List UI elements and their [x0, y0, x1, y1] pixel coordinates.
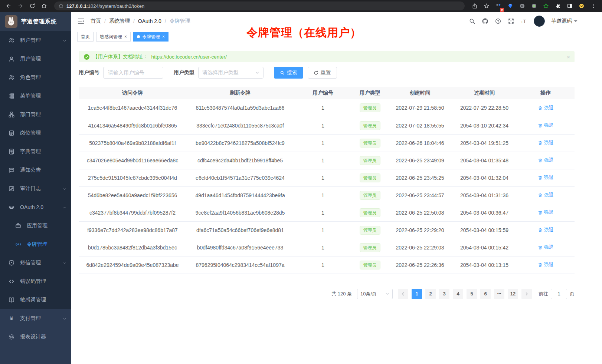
svg-text:¥: ¥ — [10, 315, 13, 321]
page-button-5[interactable]: 5 — [467, 289, 477, 299]
tab-home[interactable]: 首页 — [77, 32, 94, 42]
force-logout-button[interactable]: 强退 — [538, 244, 554, 251]
page-button-1[interactable]: 1 — [412, 289, 422, 299]
sidebar-item-menu[interactable]: 菜单管理 — [0, 87, 71, 105]
sidebar-item-report-designer[interactable]: 报表设计器 — [0, 328, 71, 346]
close-icon[interactable]: × — [162, 34, 165, 39]
force-logout-label: 强退 — [544, 139, 554, 146]
force-logout-button[interactable]: 强退 — [538, 174, 554, 181]
reset-button[interactable]: 重置 — [308, 67, 337, 79]
user-avatar[interactable] — [534, 16, 545, 27]
alert-doc-link[interactable]: https://doc.iocoder.cn/user-center/ — [151, 54, 227, 60]
sidebar-item-user[interactable]: 用户管理 — [0, 50, 71, 68]
expires-at-cell: 2054-03-04 00:36:47 — [452, 204, 517, 221]
sidebar-item-post[interactable]: 岗位管理 — [0, 124, 71, 142]
action-cell: 强退 — [517, 134, 575, 152]
sidebar-item-errcode[interactable]: 错误码管理 — [0, 272, 71, 291]
force-logout-button[interactable]: 强退 — [538, 105, 554, 111]
more-pages-button[interactable]: ••• — [494, 289, 504, 299]
sidebar-item-dept[interactable]: 部门管理 — [0, 105, 71, 124]
user-type-select[interactable]: 请选择用户类型 — [198, 67, 264, 79]
browser-reload-icon[interactable] — [27, 1, 37, 11]
breadcrumb-item[interactable]: OAuth 2.0 — [138, 18, 161, 24]
bookmark-star-icon[interactable] — [482, 1, 491, 11]
sidebar-item-dict[interactable]: 字典管理 — [0, 142, 71, 161]
force-logout-label: 强退 — [544, 157, 554, 163]
sidebar-item-pay[interactable]: ¥支付管理 — [0, 309, 71, 328]
force-logout-label: 强退 — [544, 174, 554, 181]
browser-forward-icon[interactable] — [16, 1, 25, 11]
force-logout-button[interactable]: 强退 — [538, 226, 554, 233]
search-icon[interactable] — [469, 18, 475, 24]
search-icon — [280, 70, 285, 75]
emoji-profile-icon[interactable] — [577, 1, 586, 11]
sidebar-item-oauth2-token[interactable]: A令牌管理 — [0, 235, 71, 254]
force-logout-button[interactable]: 强退 — [538, 139, 554, 146]
screen: 127.0.0.1:1024/system/oauth2/token 9 芋道管… — [0, 0, 602, 364]
sidebar-item-audit-log[interactable]: 审计日志 — [0, 179, 71, 198]
report-icon — [8, 334, 15, 340]
next-page-button[interactable] — [521, 289, 532, 299]
tab-oauth2-token[interactable]: 令牌管理× — [133, 32, 169, 42]
user-id-input[interactable] — [103, 67, 163, 79]
page-button-4[interactable]: 4 — [453, 289, 463, 299]
prev-page-button[interactable] — [398, 289, 408, 299]
sidebar-item-oauth2[interactable]: OAuth 2.0 — [0, 198, 71, 216]
page-button-6[interactable]: 6 — [480, 289, 491, 299]
command-extension-icon[interactable] — [517, 1, 527, 11]
tab-label: 首页 — [81, 34, 90, 40]
force-logout-button[interactable]: 强退 — [538, 122, 554, 129]
extension-grid-icon[interactable]: 9 — [494, 1, 503, 11]
page-size-select[interactable]: 10条/页 — [357, 289, 393, 299]
force-logout-button[interactable]: 强退 — [538, 261, 554, 268]
star-extension-icon[interactable] — [541, 1, 551, 11]
action-cell: 强退 — [517, 239, 575, 256]
force-logout-button[interactable]: 强退 — [538, 209, 554, 216]
sidebar-item-sensitive-word[interactable]: 敏感词管理 — [0, 291, 71, 309]
close-icon[interactable]: × — [567, 54, 570, 60]
address-bar[interactable]: 127.0.0.1:1024/system/oauth2/token — [54, 1, 465, 10]
hamburger-icon[interactable] — [77, 17, 85, 25]
user-type-cell: 管理员 — [352, 117, 388, 134]
page-button-2[interactable]: 2 — [425, 289, 436, 299]
table-body: 1ea5e44f8bc1467aaede43144f31de76811c5304… — [79, 99, 575, 274]
page-button-12[interactable]: 12 — [508, 289, 518, 299]
github-icon[interactable] — [482, 18, 488, 24]
browser-menu-icon[interactable] — [589, 1, 598, 11]
user-type-badge: 管理员 — [360, 139, 380, 148]
force-logout-button[interactable]: 强退 — [538, 157, 554, 163]
breadcrumb-item[interactable]: 首页 — [91, 18, 101, 24]
puzzle-extensions-icon[interactable] — [553, 1, 563, 11]
tab-sensitive-word[interactable]: 敏感词管理× — [96, 32, 131, 42]
app-logo-bar[interactable]: 芋道管理系统 — [0, 12, 71, 31]
browser-home-icon[interactable] — [39, 1, 49, 11]
access-token-cell: f9336e7c7dd242a283ee98dc86b17a87 — [79, 221, 186, 239]
side-panel-icon[interactable] — [565, 1, 575, 11]
column-header-2: 用户编号 — [294, 87, 352, 99]
table-row: b0d1785bc3a8482f812db4a3f3bd15ecb0df4980… — [79, 239, 575, 256]
breadcrumb-item[interactable]: 系统管理 — [109, 18, 130, 24]
sidebar-item-notice[interactable]: 通知公告 — [0, 161, 71, 179]
user-menu[interactable]: 芋道源码 — [551, 18, 578, 24]
share-icon[interactable] — [470, 1, 480, 11]
sidebar-item-oauth2-app[interactable]: 应用管理 — [0, 216, 71, 235]
sidebar-item-sms[interactable]: 短信管理 — [0, 254, 71, 272]
sidebar-item-tenant[interactable]: 租户管理 — [0, 31, 71, 50]
page-button-3[interactable]: 3 — [439, 289, 449, 299]
record-extension-icon[interactable] — [529, 1, 539, 11]
gem-extension-icon[interactable] — [506, 1, 515, 11]
created-at-cell: 2022-06-25 23:49:09 — [388, 152, 452, 169]
goto-page-input[interactable] — [551, 289, 567, 299]
close-icon[interactable]: × — [124, 34, 127, 39]
site-info-icon[interactable] — [59, 4, 63, 9]
sidebar-item-role[interactable]: 角色管理 — [0, 68, 71, 87]
browser-back-icon[interactable] — [4, 1, 13, 11]
search-button[interactable]: 搜索 — [274, 67, 303, 79]
force-logout-button[interactable]: 强退 — [538, 192, 554, 198]
column-header-3: 用户类型 — [352, 87, 388, 99]
user-type-badge: 管理员 — [360, 173, 380, 182]
column-header-5: 过期时间 — [452, 87, 517, 99]
font-size-icon[interactable]: TT — [521, 18, 527, 24]
fullscreen-icon[interactable] — [508, 18, 514, 24]
help-icon[interactable] — [495, 18, 501, 24]
